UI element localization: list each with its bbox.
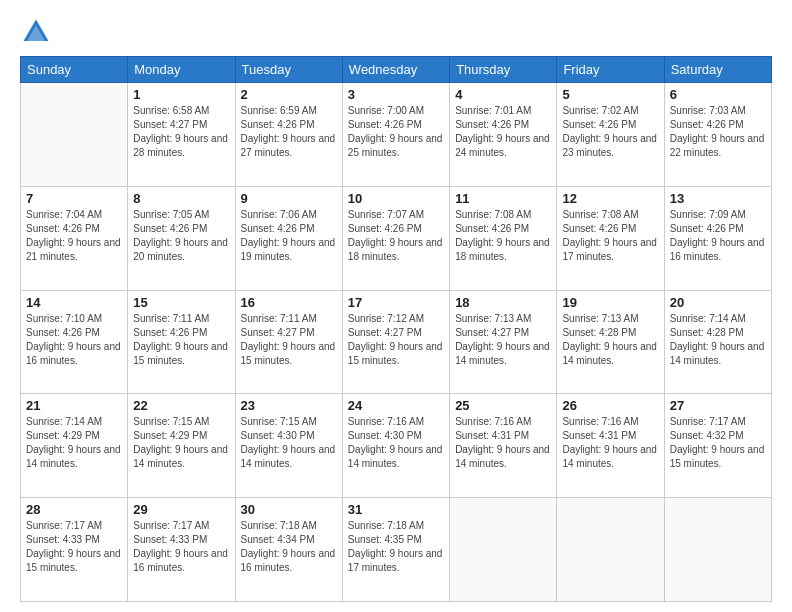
calendar-body: 1Sunrise: 6:58 AMSunset: 4:27 PMDaylight… bbox=[21, 83, 772, 602]
weekday-header-cell: Monday bbox=[128, 57, 235, 83]
day-info: Sunrise: 7:09 AMSunset: 4:26 PMDaylight:… bbox=[670, 208, 766, 264]
day-number: 6 bbox=[670, 87, 766, 102]
calendar-day-cell: 23Sunrise: 7:15 AMSunset: 4:30 PMDayligh… bbox=[235, 394, 342, 498]
day-info: Sunrise: 7:18 AMSunset: 4:34 PMDaylight:… bbox=[241, 519, 337, 575]
day-info: Sunrise: 6:58 AMSunset: 4:27 PMDaylight:… bbox=[133, 104, 229, 160]
weekday-header-cell: Thursday bbox=[450, 57, 557, 83]
calendar-day-cell: 19Sunrise: 7:13 AMSunset: 4:28 PMDayligh… bbox=[557, 290, 664, 394]
day-number: 21 bbox=[26, 398, 122, 413]
day-number: 7 bbox=[26, 191, 122, 206]
calendar-day-cell: 26Sunrise: 7:16 AMSunset: 4:31 PMDayligh… bbox=[557, 394, 664, 498]
calendar-table: SundayMondayTuesdayWednesdayThursdayFrid… bbox=[20, 56, 772, 602]
day-info: Sunrise: 7:08 AMSunset: 4:26 PMDaylight:… bbox=[562, 208, 658, 264]
calendar-day-cell bbox=[450, 498, 557, 602]
day-info: Sunrise: 7:06 AMSunset: 4:26 PMDaylight:… bbox=[241, 208, 337, 264]
calendar-day-cell: 14Sunrise: 7:10 AMSunset: 4:26 PMDayligh… bbox=[21, 290, 128, 394]
calendar-day-cell: 21Sunrise: 7:14 AMSunset: 4:29 PMDayligh… bbox=[21, 394, 128, 498]
calendar-day-cell: 20Sunrise: 7:14 AMSunset: 4:28 PMDayligh… bbox=[664, 290, 771, 394]
day-number: 2 bbox=[241, 87, 337, 102]
day-number: 11 bbox=[455, 191, 551, 206]
day-info: Sunrise: 7:11 AMSunset: 4:27 PMDaylight:… bbox=[241, 312, 337, 368]
calendar-day-cell: 15Sunrise: 7:11 AMSunset: 4:26 PMDayligh… bbox=[128, 290, 235, 394]
day-number: 1 bbox=[133, 87, 229, 102]
calendar-day-cell: 7Sunrise: 7:04 AMSunset: 4:26 PMDaylight… bbox=[21, 186, 128, 290]
day-number: 26 bbox=[562, 398, 658, 413]
calendar-day-cell: 5Sunrise: 7:02 AMSunset: 4:26 PMDaylight… bbox=[557, 83, 664, 187]
day-number: 8 bbox=[133, 191, 229, 206]
day-number: 29 bbox=[133, 502, 229, 517]
day-number: 30 bbox=[241, 502, 337, 517]
day-info: Sunrise: 7:03 AMSunset: 4:26 PMDaylight:… bbox=[670, 104, 766, 160]
calendar-day-cell bbox=[557, 498, 664, 602]
day-info: Sunrise: 7:15 AMSunset: 4:29 PMDaylight:… bbox=[133, 415, 229, 471]
day-info: Sunrise: 7:16 AMSunset: 4:31 PMDaylight:… bbox=[562, 415, 658, 471]
calendar-week-row: 1Sunrise: 6:58 AMSunset: 4:27 PMDaylight… bbox=[21, 83, 772, 187]
day-number: 31 bbox=[348, 502, 444, 517]
day-number: 23 bbox=[241, 398, 337, 413]
calendar-day-cell: 25Sunrise: 7:16 AMSunset: 4:31 PMDayligh… bbox=[450, 394, 557, 498]
day-number: 4 bbox=[455, 87, 551, 102]
weekday-header-cell: Saturday bbox=[664, 57, 771, 83]
day-info: Sunrise: 7:17 AMSunset: 4:33 PMDaylight:… bbox=[133, 519, 229, 575]
day-number: 20 bbox=[670, 295, 766, 310]
day-number: 14 bbox=[26, 295, 122, 310]
day-info: Sunrise: 7:16 AMSunset: 4:30 PMDaylight:… bbox=[348, 415, 444, 471]
day-number: 16 bbox=[241, 295, 337, 310]
weekday-header-cell: Wednesday bbox=[342, 57, 449, 83]
calendar-day-cell: 10Sunrise: 7:07 AMSunset: 4:26 PMDayligh… bbox=[342, 186, 449, 290]
day-number: 19 bbox=[562, 295, 658, 310]
calendar-week-row: 14Sunrise: 7:10 AMSunset: 4:26 PMDayligh… bbox=[21, 290, 772, 394]
day-number: 25 bbox=[455, 398, 551, 413]
calendar-day-cell: 18Sunrise: 7:13 AMSunset: 4:27 PMDayligh… bbox=[450, 290, 557, 394]
logo-icon bbox=[20, 16, 52, 48]
calendar-day-cell: 17Sunrise: 7:12 AMSunset: 4:27 PMDayligh… bbox=[342, 290, 449, 394]
day-number: 15 bbox=[133, 295, 229, 310]
calendar-day-cell: 22Sunrise: 7:15 AMSunset: 4:29 PMDayligh… bbox=[128, 394, 235, 498]
day-number: 12 bbox=[562, 191, 658, 206]
calendar-day-cell: 4Sunrise: 7:01 AMSunset: 4:26 PMDaylight… bbox=[450, 83, 557, 187]
day-info: Sunrise: 7:07 AMSunset: 4:26 PMDaylight:… bbox=[348, 208, 444, 264]
day-info: Sunrise: 7:14 AMSunset: 4:29 PMDaylight:… bbox=[26, 415, 122, 471]
weekday-header-cell: Friday bbox=[557, 57, 664, 83]
day-info: Sunrise: 7:11 AMSunset: 4:26 PMDaylight:… bbox=[133, 312, 229, 368]
day-info: Sunrise: 7:16 AMSunset: 4:31 PMDaylight:… bbox=[455, 415, 551, 471]
calendar-day-cell: 28Sunrise: 7:17 AMSunset: 4:33 PMDayligh… bbox=[21, 498, 128, 602]
day-info: Sunrise: 7:17 AMSunset: 4:32 PMDaylight:… bbox=[670, 415, 766, 471]
day-info: Sunrise: 7:17 AMSunset: 4:33 PMDaylight:… bbox=[26, 519, 122, 575]
day-number: 3 bbox=[348, 87, 444, 102]
calendar-day-cell: 1Sunrise: 6:58 AMSunset: 4:27 PMDaylight… bbox=[128, 83, 235, 187]
day-number: 10 bbox=[348, 191, 444, 206]
calendar-day-cell: 13Sunrise: 7:09 AMSunset: 4:26 PMDayligh… bbox=[664, 186, 771, 290]
day-info: Sunrise: 7:05 AMSunset: 4:26 PMDaylight:… bbox=[133, 208, 229, 264]
day-number: 17 bbox=[348, 295, 444, 310]
day-number: 24 bbox=[348, 398, 444, 413]
day-number: 5 bbox=[562, 87, 658, 102]
day-number: 18 bbox=[455, 295, 551, 310]
day-info: Sunrise: 7:08 AMSunset: 4:26 PMDaylight:… bbox=[455, 208, 551, 264]
calendar-day-cell: 11Sunrise: 7:08 AMSunset: 4:26 PMDayligh… bbox=[450, 186, 557, 290]
calendar-day-cell: 24Sunrise: 7:16 AMSunset: 4:30 PMDayligh… bbox=[342, 394, 449, 498]
calendar-day-cell: 12Sunrise: 7:08 AMSunset: 4:26 PMDayligh… bbox=[557, 186, 664, 290]
day-info: Sunrise: 7:04 AMSunset: 4:26 PMDaylight:… bbox=[26, 208, 122, 264]
day-info: Sunrise: 7:10 AMSunset: 4:26 PMDaylight:… bbox=[26, 312, 122, 368]
calendar-day-cell: 9Sunrise: 7:06 AMSunset: 4:26 PMDaylight… bbox=[235, 186, 342, 290]
calendar-week-row: 21Sunrise: 7:14 AMSunset: 4:29 PMDayligh… bbox=[21, 394, 772, 498]
weekday-header-cell: Sunday bbox=[21, 57, 128, 83]
calendar-day-cell: 3Sunrise: 7:00 AMSunset: 4:26 PMDaylight… bbox=[342, 83, 449, 187]
calendar-week-row: 7Sunrise: 7:04 AMSunset: 4:26 PMDaylight… bbox=[21, 186, 772, 290]
day-number: 27 bbox=[670, 398, 766, 413]
calendar-day-cell: 29Sunrise: 7:17 AMSunset: 4:33 PMDayligh… bbox=[128, 498, 235, 602]
day-info: Sunrise: 6:59 AMSunset: 4:26 PMDaylight:… bbox=[241, 104, 337, 160]
day-number: 28 bbox=[26, 502, 122, 517]
calendar-day-cell: 6Sunrise: 7:03 AMSunset: 4:26 PMDaylight… bbox=[664, 83, 771, 187]
calendar-week-row: 28Sunrise: 7:17 AMSunset: 4:33 PMDayligh… bbox=[21, 498, 772, 602]
calendar-day-cell bbox=[664, 498, 771, 602]
day-info: Sunrise: 7:13 AMSunset: 4:28 PMDaylight:… bbox=[562, 312, 658, 368]
day-number: 22 bbox=[133, 398, 229, 413]
page: SundayMondayTuesdayWednesdayThursdayFrid… bbox=[0, 0, 792, 612]
day-info: Sunrise: 7:12 AMSunset: 4:27 PMDaylight:… bbox=[348, 312, 444, 368]
calendar-day-cell: 8Sunrise: 7:05 AMSunset: 4:26 PMDaylight… bbox=[128, 186, 235, 290]
day-info: Sunrise: 7:01 AMSunset: 4:26 PMDaylight:… bbox=[455, 104, 551, 160]
day-info: Sunrise: 7:18 AMSunset: 4:35 PMDaylight:… bbox=[348, 519, 444, 575]
day-info: Sunrise: 7:02 AMSunset: 4:26 PMDaylight:… bbox=[562, 104, 658, 160]
